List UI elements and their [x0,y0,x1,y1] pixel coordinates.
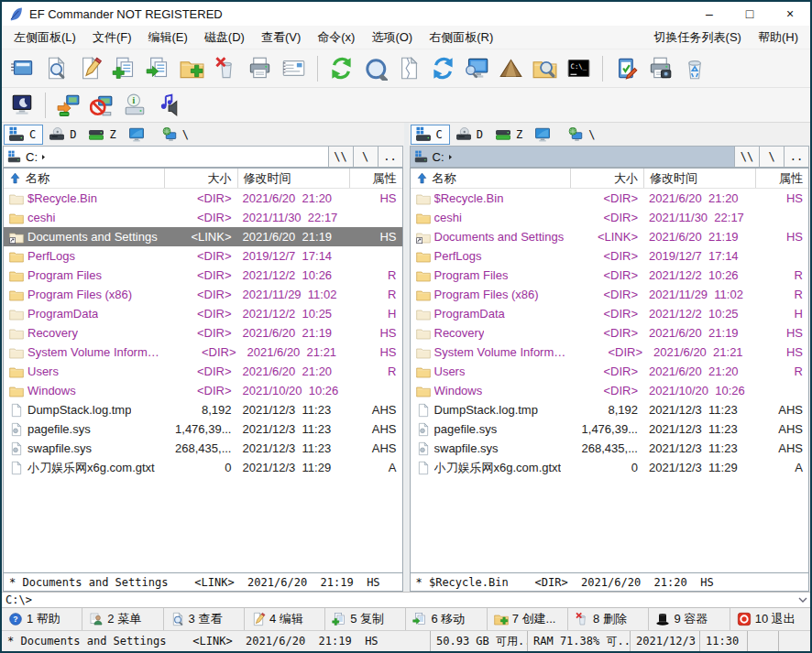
drive-tab-C[interactable]: C [411,125,450,145]
file-row[interactable]: DumpStack.log.tmp8,1922021/12/3 11:23AHS [4,400,402,419]
drive-tab-Z[interactable]: Z [491,125,529,145]
new-folder-button[interactable] [175,53,209,83]
file-row[interactable]: swapfile.sys268,435,...2021/12/3 11:23AH… [4,439,402,458]
menu-item[interactable]: 右侧面板(R) [421,26,501,49]
function-key-1[interactable]: ?1 帮助 [2,608,82,630]
drive-tab-D[interactable]: D [45,125,82,145]
file-row[interactable]: PerfLogs<DIR>2019/12/7 17:14 [411,246,809,266]
column-header-name[interactable]: 名称 [411,169,571,188]
path-bar[interactable]: C:\\\.. [410,146,810,168]
file-row[interactable]: ceshi<DIR>2021/11/30 22:17 [4,208,402,227]
menu-item[interactable]: 帮助(H) [750,26,807,49]
pyramid-button[interactable] [494,53,528,83]
file-row[interactable]: Users<DIR>2021/6/20 21:20R [411,362,809,381]
drive-tab-D[interactable]: D [452,125,489,145]
file-row[interactable]: Windows<DIR>2021/10/20 10:26 [4,381,402,400]
file-row[interactable]: Users<DIR>2021/6/20 21:20R [4,362,402,381]
menu-item[interactable]: 查看(V) [253,26,309,49]
file-row[interactable]: Recovery<DIR>2021/6/20 21:19HS [411,323,809,343]
drive-tab-\[interactable]: \ [158,125,195,145]
function-key-3[interactable]: 3 查看 [164,608,245,630]
drive-tab-C[interactable]: C [4,125,43,145]
file-row[interactable]: 小刀娱乐网x6g.com.gtxt02021/12/3 11:29A [411,458,809,477]
column-header-name[interactable]: 名称 [4,169,164,188]
file-row[interactable]: pagefile.sys1,476,39...2021/12/3 11:23AH… [4,419,402,439]
print-button[interactable] [243,53,277,83]
folder-search-button[interactable] [528,53,562,83]
drive-tab-desktop[interactable] [531,125,562,145]
file-row[interactable]: DumpStack.log.tmp8,1922021/12/3 11:23AHS [411,400,809,419]
net-disconnect-button[interactable] [85,91,118,120]
command-history-dropdown[interactable] [796,593,810,607]
column-header-size[interactable]: 大小 [570,169,643,188]
file-row[interactable]: System Volume Informati...<DIR>2021/6/20… [411,343,809,362]
file-row[interactable]: ceshi<DIR>2021/11/30 22:17 [411,208,809,227]
path-bar[interactable]: C:\\\.. [3,146,403,168]
column-header-date[interactable]: 修改时间 [237,169,349,188]
copy-button[interactable] [107,53,141,83]
address-card-button[interactable] [277,53,311,83]
print-screen-button[interactable] [643,53,677,83]
split-file-button[interactable] [392,53,426,83]
refresh-button[interactable] [324,53,358,83]
menu-item[interactable]: 命令(x) [309,26,363,49]
drive-tab-Z[interactable]: Z [84,125,122,145]
path-nav-button[interactable]: \\ [328,147,353,167]
maximize-button[interactable]: □ [730,2,770,26]
screen-search-button[interactable] [460,53,494,83]
file-row[interactable]: PerfLogs<DIR>2019/12/7 17:14 [4,246,402,266]
file-row[interactable]: 小刀娱乐网x6g.com.gtxt02021/12/3 11:29A [4,458,402,477]
move-button[interactable] [141,53,175,83]
function-key-5[interactable]: 5 复制 [325,608,406,630]
function-key-4[interactable]: 4 编辑 [245,608,325,630]
column-header-attr[interactable]: 属性 [349,169,402,188]
path-nav-button[interactable]: \\ [734,147,759,167]
function-key-2[interactable]: 2 菜单 [82,608,163,630]
file-row[interactable]: Program Files (x86)<DIR>2021/11/29 11:02… [4,285,402,304]
file-row[interactable]: Windows<DIR>2021/10/20 10:26 [411,381,809,400]
file-row[interactable]: $Recycle.Bin<DIR>2021/6/20 21:20HS [4,189,402,208]
column-header-date[interactable]: 修改时间 [643,169,755,188]
file-row[interactable]: swapfile.sys268,435,...2021/12/3 11:23AH… [411,439,809,458]
function-key-9[interactable]: 9 容器 [649,608,730,630]
terminal-button[interactable]: C:\_ [562,53,596,83]
search-button[interactable] [358,53,392,83]
function-key-8[interactable]: 8 删除 [568,608,649,630]
menu-item[interactable]: 磁盘(D) [196,26,253,49]
minimize-button[interactable]: – [689,2,730,26]
layout-button[interactable] [5,53,39,83]
menu-item[interactable]: 切换任务列表(S) [646,26,750,49]
delete-button[interactable] [209,53,243,83]
file-row[interactable]: Recovery<DIR>2021/6/20 21:19HS [4,323,402,343]
menu-item[interactable]: 文件(F) [84,26,140,49]
sounds-button[interactable] [151,91,184,120]
file-row[interactable]: Documents and Settings<LINK>2021/6/20 21… [411,227,809,246]
function-key-10[interactable]: 10 退出 [730,608,810,630]
file-row[interactable]: Documents and Settings<LINK>2021/6/20 21… [4,227,402,246]
file-row[interactable]: Program Files<DIR>2021/12/2 10:26R [4,266,402,285]
function-key-7[interactable]: 7 创建... [488,608,568,630]
path-nav-button[interactable]: \ [759,147,784,167]
file-row[interactable]: ProgramData<DIR>2021/12/2 10:25H [411,304,809,323]
column-header-size[interactable]: 大小 [164,169,237,188]
edit-file-button[interactable] [73,53,107,83]
file-row[interactable]: ProgramData<DIR>2021/12/2 10:25H [4,304,402,323]
find-file-button[interactable] [39,53,73,83]
menu-item[interactable]: 左侧面板(L) [5,26,84,49]
sync-button[interactable] [426,53,460,83]
file-list-empty-area[interactable] [4,477,402,572]
file-list-empty-area[interactable] [411,477,809,572]
path-nav-button[interactable]: .. [784,147,808,167]
drive-tab-desktop[interactable] [125,125,156,145]
file-row[interactable]: $Recycle.Bin<DIR>2021/6/20 21:20HS [411,189,809,208]
monitor-sleep-button[interactable] [5,91,38,120]
file-row[interactable]: System Volume Informati...<DIR>2021/6/20… [4,343,402,362]
file-row[interactable]: pagefile.sys1,476,39...2021/12/3 11:23AH… [411,419,809,439]
recycle-bin-button[interactable] [677,53,711,83]
file-row[interactable]: Program Files (x86)<DIR>2021/11/29 11:02… [411,285,809,304]
file-row[interactable]: Program Files<DIR>2021/12/2 10:26R [411,266,809,285]
drive-tab-\[interactable]: \ [564,125,601,145]
options-button[interactable] [609,53,643,83]
path-nav-button[interactable]: \ [353,147,378,167]
function-key-6[interactable]: 6 移动 [406,608,487,630]
